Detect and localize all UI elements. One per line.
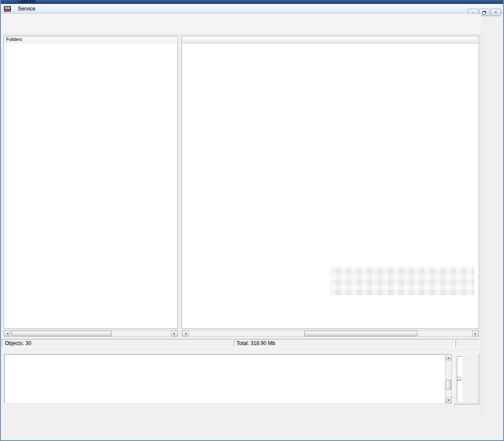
file-list-panel xyxy=(182,36,479,329)
scroll-left-button[interactable] xyxy=(182,331,189,336)
slider-thumb[interactable] xyxy=(457,377,463,381)
scroll-right-button[interactable] xyxy=(472,331,479,336)
folders-panel-caption: Folders xyxy=(4,36,178,43)
log-side-panel xyxy=(453,353,479,404)
scroll-left-button[interactable] xyxy=(4,331,10,336)
register-bar xyxy=(1,415,504,440)
status-empty-section xyxy=(456,339,480,347)
scroll-thumb[interactable] xyxy=(11,331,112,336)
folders-panel: Folders xyxy=(3,36,178,329)
log-output xyxy=(4,354,445,403)
folders-tree xyxy=(4,43,178,44)
log-zoom-slider[interactable] xyxy=(457,356,463,401)
file-list-header xyxy=(182,36,479,44)
objects-count: Objects: 30 xyxy=(2,339,232,347)
scroll-thumb[interactable] xyxy=(304,331,418,336)
file-list-hscrollbar[interactable] xyxy=(182,330,479,337)
total-size: Total: 318.90 Mb xyxy=(233,339,454,347)
close-button[interactable]: × xyxy=(490,9,501,16)
scroll-down-button[interactable] xyxy=(446,397,451,403)
folders-hscrollbar[interactable] xyxy=(3,330,178,337)
scroll-right-button[interactable] xyxy=(171,331,178,336)
pc3000-app-icon xyxy=(3,5,11,12)
redacted-region xyxy=(330,267,474,295)
scroll-thumb[interactable] xyxy=(446,380,451,390)
scroll-up-button[interactable] xyxy=(446,355,451,360)
log-panel xyxy=(1,349,481,415)
status-bar: Objects: 30 Total: 318.90 Mb xyxy=(1,338,481,348)
right-sidebar xyxy=(481,26,504,415)
menu-item-service[interactable]: Service xyxy=(14,5,43,13)
main-toolbar xyxy=(1,14,481,34)
menubar: PC-3000OptionsServiceWindowsHelp – × xyxy=(1,4,503,14)
window-titlebar xyxy=(1,0,503,4)
log-vscrollbar[interactable] xyxy=(446,354,452,403)
menu-item-options[interactable]: Options xyxy=(14,0,43,5)
